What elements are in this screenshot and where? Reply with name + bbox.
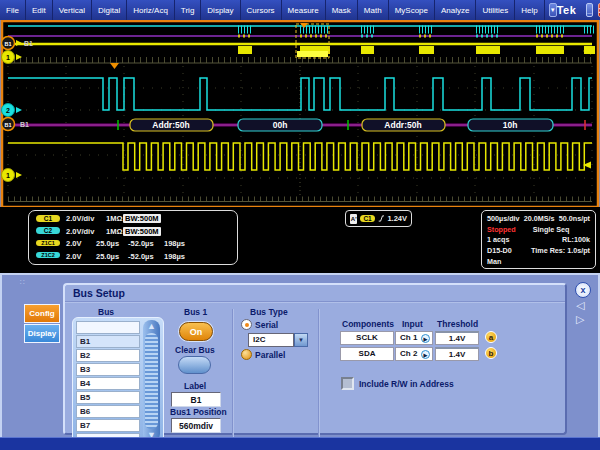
oscilloscope-screen: File Edit Vertical Digital Horiz/Acq Tri… — [0, 0, 600, 450]
decode-data-1: 00h — [273, 120, 288, 130]
dropdown-arrow-icon[interactable]: ▼ — [294, 333, 308, 347]
sda-threshold-field[interactable]: 1.4V — [435, 347, 479, 361]
minimize-button[interactable]: _ — [586, 3, 592, 17]
waveform-display: Addr:50h 00h Addr:50h 10h B1 B1 1 2 B1 B… — [0, 20, 600, 207]
tab-display[interactable]: Display — [24, 324, 60, 343]
dialog-close-button[interactable]: x — [575, 282, 591, 298]
bus1-label: Bus 1 — [184, 307, 207, 317]
ch1-readout: C1 2.0V/div 1MΩ BW:500M — [29, 213, 237, 226]
menu-file[interactable]: File — [0, 0, 26, 20]
zoom1-ch1-readout: Z1C1 2.0V 25.0µs -52.0µs 198µs — [29, 238, 237, 251]
multipurpose-knob-a-badge: a — [485, 331, 497, 343]
tab-config[interactable]: Config — [24, 304, 60, 323]
ch2-impedance: 1MΩ — [106, 227, 122, 236]
ch1-badge-label: 1 — [6, 172, 10, 179]
section-divider — [232, 309, 234, 439]
dialog-title: Bus Setup — [73, 287, 125, 299]
bus-setup-dialog: Bus Setup Bus B1 B2 B3 B4 B5 B6 B7 ▲ ▼ B… — [63, 283, 567, 435]
serial-radio-label: Serial — [255, 320, 278, 330]
menu-trig[interactable]: Trig — [175, 0, 201, 20]
bus-row-b3[interactable]: B3 — [76, 363, 140, 376]
bus-label: B1 — [20, 121, 29, 128]
bus-row-b1[interactable]: B1 — [76, 335, 140, 348]
sclk-input-select-icon[interactable]: ▶ — [421, 334, 430, 343]
sclk-name-cell: SCLK — [340, 331, 394, 345]
menu-digital[interactable]: Digital — [92, 0, 127, 20]
scroll-up-icon[interactable]: ▲ — [147, 320, 156, 333]
parallel-radio[interactable] — [241, 349, 252, 360]
ch1-badge-pill: C1 — [36, 215, 60, 222]
readout-strip: C1 2.0V/div 1MΩ BW:500M C2 2.0V/div 1MΩ … — [0, 207, 600, 273]
nav-prev-icon[interactable]: ◁ — [576, 300, 584, 311]
bus-list-scrollbar[interactable]: ▲ ▼ — [143, 320, 160, 442]
sclk-input-value: Ch 1 — [400, 333, 417, 342]
menu-myscope[interactable]: MyScope — [389, 0, 435, 20]
menu-utilities[interactable]: Utilities — [476, 0, 515, 20]
sclk-threshold-field[interactable]: 1.4V — [435, 331, 479, 345]
bus-b1-badge-label: B1 — [4, 122, 11, 128]
bus-list: B1 B2 B3 B4 B5 B6 B7 ▲ ▼ — [72, 317, 164, 445]
menu-analyze[interactable]: Analyze — [435, 0, 476, 20]
ch2-badge-label: 2 — [6, 107, 10, 114]
bus1-on-button[interactable]: On — [179, 322, 213, 341]
sample-rate-readout: 20.0MS/s — [524, 214, 555, 223]
include-rw-label: Include R/W in Address — [359, 379, 454, 389]
menu-horiz-acq[interactable]: Horiz/Acq — [127, 0, 175, 20]
bus-overview-label: B1 — [24, 40, 33, 47]
section-divider — [318, 309, 320, 439]
z1c1-t1: 25.0µs — [96, 239, 119, 248]
ch1-scale: 2.0V/div — [66, 214, 94, 223]
label-field-label: Label — [184, 381, 206, 391]
trigger-readout-box: A' C1 1.24V — [345, 210, 412, 227]
control-window-area: ∷ Config Display Bus Setup Bus B1 B2 B3 … — [0, 273, 600, 437]
scrollbar-thumb[interactable] — [145, 333, 158, 429]
sda-input-select-icon[interactable]: ▶ — [421, 350, 430, 359]
serial-type-dropdown[interactable]: I2C — [248, 333, 294, 347]
menu-vertical[interactable]: Vertical — [53, 0, 92, 20]
decode-addr-1: Addr:50h — [152, 120, 189, 130]
z1c2-t2: -52.0µs — [128, 252, 154, 261]
sda-name-cell: SDA — [340, 347, 394, 361]
sda-input-cell[interactable]: Ch 2 ▶ — [395, 347, 433, 361]
bus-row-b6[interactable]: B6 — [76, 405, 140, 418]
ch2-bandwidth: BW:500M — [123, 227, 161, 236]
menu-display[interactable]: Display — [201, 0, 240, 20]
menu-measure[interactable]: Measure — [282, 0, 326, 20]
z1c1-t2: -52.0µs — [128, 239, 154, 248]
include-rw-checkbox[interactable] — [341, 377, 354, 390]
digital-channels-readout: D15-D0 — [487, 246, 512, 255]
bus-row-b4[interactable]: B4 — [76, 377, 140, 390]
drag-grip[interactable]: ∷ — [20, 278, 26, 287]
ch1-overview-badge-label: 1 — [6, 54, 10, 61]
ch1-impedance: 1MΩ — [106, 214, 122, 223]
acq-state-readout: Stopped — [487, 225, 516, 234]
tek-logo: Tek — [557, 4, 587, 16]
menu-help[interactable]: Help — [515, 0, 544, 20]
bus1-position-field[interactable]: 560mdiv — [171, 418, 221, 433]
trigger-source-pill: C1 — [360, 215, 374, 222]
resolution-readout: 50.0ns/pt — [559, 214, 590, 223]
z1c2-t1: 25.0µs — [96, 252, 119, 261]
menu-cursors[interactable]: Cursors — [241, 0, 282, 20]
ch2-scale: 2.0V/div — [66, 227, 94, 236]
record-length-readout: RL:100k — [562, 235, 590, 244]
menu-math[interactable]: Math — [358, 0, 389, 20]
label-field[interactable]: B1 — [171, 392, 221, 407]
menu-edit[interactable]: Edit — [26, 0, 53, 20]
bus-row-b5[interactable]: B5 — [76, 391, 140, 404]
clear-bus-button[interactable] — [178, 356, 211, 374]
sclk-input-cell[interactable]: Ch 1 ▶ — [395, 331, 433, 345]
position-field-label: Bus1 Position — [170, 407, 227, 417]
menu-overflow-button[interactable]: ▼ — [549, 3, 557, 17]
nav-next-icon[interactable]: ▷ — [576, 314, 584, 325]
components-header: Components — [342, 319, 394, 329]
menu-mask[interactable]: Mask — [326, 0, 358, 20]
serial-radio[interactable] — [241, 319, 252, 330]
bus-row-b2[interactable]: B2 — [76, 349, 140, 362]
bus-row-b7[interactable]: B7 — [76, 419, 140, 432]
z1c2-scale: 2.0V — [66, 252, 81, 261]
ch1-bandwidth: BW:500M — [123, 214, 161, 223]
man-readout: Man — [487, 257, 501, 266]
z1c1-badge-pill: Z1C1 — [36, 240, 60, 246]
decode-addr-2: Addr:50h — [384, 120, 421, 130]
